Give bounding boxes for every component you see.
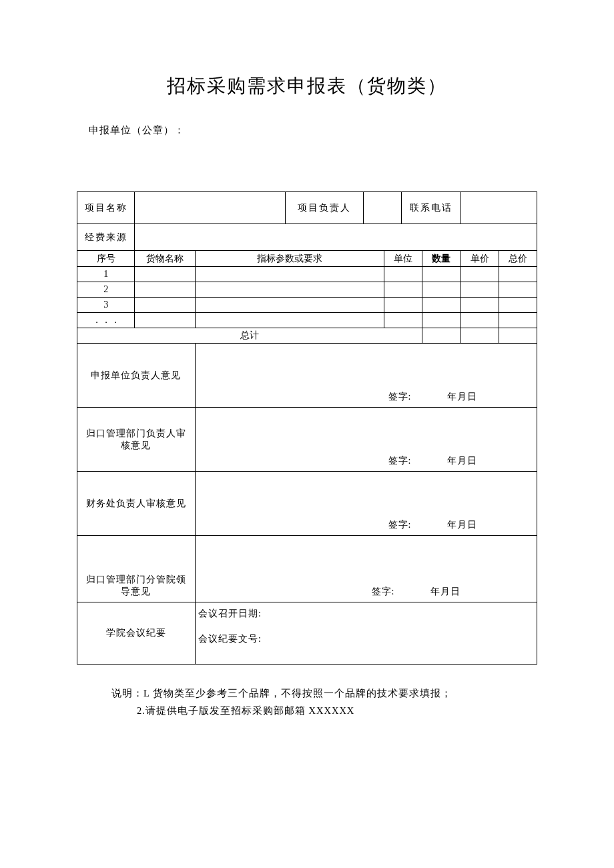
date-label: 年月日 <box>447 520 477 530</box>
meeting-date-label: 会议召开日期: <box>198 608 534 620</box>
date-label: 年月日 <box>447 456 477 466</box>
note-line-2: 2.请提供电子版发至招标采购部邮箱 XXXXXX <box>137 702 537 719</box>
item-price[interactable] <box>460 298 499 313</box>
division-leader-label: 归口管理部门分管院领导意见 <box>77 536 196 602</box>
sign-label: 签字: <box>388 520 412 530</box>
meeting-minutes-row: 学院会议纪要 会议召开日期: 会议纪要文号: <box>77 602 537 665</box>
item-row: 2 <box>77 282 537 298</box>
item-unit[interactable] <box>384 267 422 282</box>
page-container: 招标采购需求申报表（货物类） 申报单位（公章）： 项目名称 项目负责人 联系电话… <box>0 0 614 719</box>
total-qty[interactable] <box>422 328 460 344</box>
item-seq: 1 <box>77 267 135 282</box>
unit-leader-sign-area[interactable]: 签字: 年月日 <box>195 344 537 408</box>
division-leader-sign-area[interactable]: 签字: 年月日 <box>195 536 537 602</box>
col-name: 货物名称 <box>135 251 196 267</box>
item-price[interactable] <box>460 267 499 282</box>
item-unit[interactable] <box>384 282 422 298</box>
item-spec[interactable] <box>195 313 384 328</box>
document-title: 招标采购需求申报表（货物类） <box>77 73 537 99</box>
item-spec[interactable] <box>195 298 384 313</box>
item-spec[interactable] <box>195 282 384 298</box>
total-row: 总计 <box>77 328 537 344</box>
meeting-content-area[interactable]: 会议召开日期: 会议纪要文号: <box>195 602 537 665</box>
item-total[interactable] <box>499 267 537 282</box>
item-seq: 2 <box>77 282 135 298</box>
item-total[interactable] <box>499 298 537 313</box>
item-name[interactable] <box>135 267 196 282</box>
col-total: 总价 <box>499 251 537 267</box>
item-unit[interactable] <box>384 313 422 328</box>
item-seq: ．．． <box>77 313 135 328</box>
item-spec[interactable] <box>195 267 384 282</box>
item-total[interactable] <box>499 282 537 298</box>
total-price[interactable] <box>460 328 499 344</box>
item-price[interactable] <box>460 282 499 298</box>
contact-phone-label: 联系电话 <box>402 192 460 224</box>
sign-label: 签字: <box>372 586 395 596</box>
division-leader-approval-row: 归口管理部门分管院领导意见 签字: 年月日 <box>77 536 537 602</box>
mgmt-leader-sign-area[interactable]: 签字: 年月日 <box>195 408 537 472</box>
item-name[interactable] <box>135 313 196 328</box>
finance-leader-label: 财务处负责人审核意见 <box>77 472 196 536</box>
date-label: 年月日 <box>447 392 477 402</box>
finance-leader-sign-area[interactable]: 签字: 年月日 <box>195 472 537 536</box>
project-name-value[interactable] <box>135 192 286 224</box>
meeting-no-label: 会议纪要文号: <box>198 633 534 645</box>
item-total[interactable] <box>499 313 537 328</box>
total-sum[interactable] <box>499 328 537 344</box>
total-label: 总计 <box>77 328 422 344</box>
item-qty[interactable] <box>422 267 460 282</box>
item-unit[interactable] <box>384 298 422 313</box>
col-qty: 数量 <box>422 251 460 267</box>
items-header-row: 序号 货物名称 指标参数或要求 单位 数量 单价 总价 <box>77 251 537 267</box>
notes-section: 说明：L 货物类至少参考三个品牌，不得按照一个品牌的技术要求填报； 2.请提供电… <box>111 685 537 719</box>
mgmt-leader-label: 归口管理部门负责人审核意见 <box>77 408 196 472</box>
col-unit: 单位 <box>384 251 422 267</box>
col-price: 单价 <box>460 251 499 267</box>
note-line-1: 说明：L 货物类至少参考三个品牌，不得按照一个品牌的技术要求填报； <box>111 685 537 702</box>
project-info-row: 项目名称 项目负责人 联系电话 <box>77 192 537 224</box>
item-name[interactable] <box>135 282 196 298</box>
item-qty[interactable] <box>422 313 460 328</box>
sign-label: 签字: <box>388 392 412 402</box>
item-name[interactable] <box>135 298 196 313</box>
meeting-minutes-label: 学院会议纪要 <box>77 602 196 665</box>
date-label: 年月日 <box>430 586 460 596</box>
col-seq: 序号 <box>77 251 135 267</box>
project-leader-label: 项目负责人 <box>286 192 364 224</box>
form-table: 项目名称 项目负责人 联系电话 经费来源 序号 货物名称 指标参数或要求 单位 … <box>77 191 537 665</box>
funding-label: 经费来源 <box>77 224 135 251</box>
item-row: 1 <box>77 267 537 282</box>
project-leader-value[interactable] <box>363 192 401 224</box>
unit-leader-label: 申报单位负责人意见 <box>77 344 196 408</box>
item-price[interactable] <box>460 313 499 328</box>
mgmt-leader-approval-row: 归口管理部门负责人审核意见 签字: 年月日 <box>77 408 537 472</box>
item-row: ．．． <box>77 313 537 328</box>
contact-phone-value[interactable] <box>460 192 537 224</box>
finance-leader-approval-row: 财务处负责人审核意见 签字: 年月日 <box>77 472 537 536</box>
col-spec: 指标参数或要求 <box>195 251 384 267</box>
reporting-unit-label: 申报单位（公章）： <box>89 124 537 137</box>
item-qty[interactable] <box>422 282 460 298</box>
project-name-label: 项目名称 <box>77 192 135 224</box>
sign-label: 签字: <box>388 456 412 466</box>
item-seq: 3 <box>77 298 135 313</box>
unit-leader-approval-row: 申报单位负责人意见 签字: 年月日 <box>77 344 537 408</box>
item-row: 3 <box>77 298 537 313</box>
funding-value[interactable] <box>135 224 537 251</box>
item-qty[interactable] <box>422 298 460 313</box>
funding-row: 经费来源 <box>77 224 537 251</box>
